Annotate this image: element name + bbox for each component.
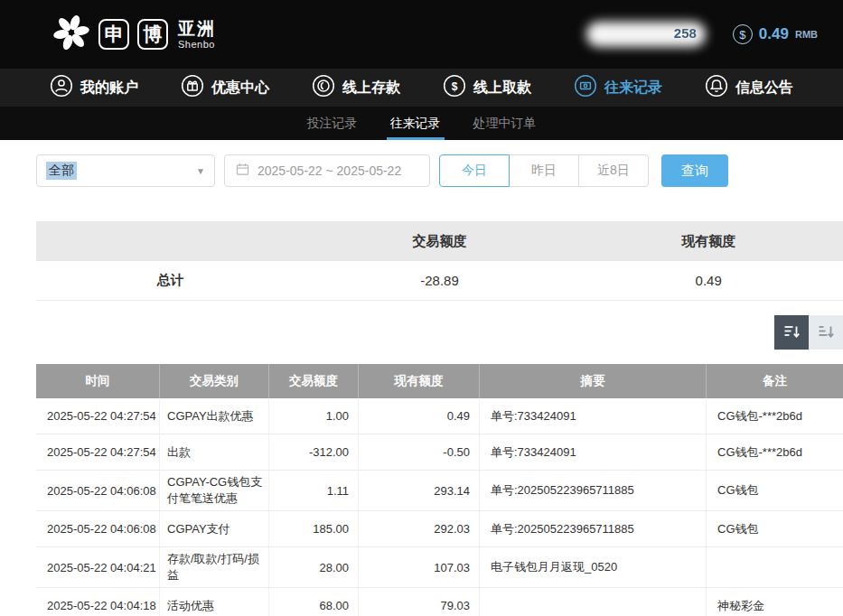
cell-amount: 68.00 <box>269 588 359 616</box>
nav-label: 信息公告 <box>735 79 793 98</box>
cell-type: CGPAY-CG钱包支付笔笔送优惠 <box>160 471 269 510</box>
cell-remark: CG钱包-***2b6d <box>707 434 843 470</box>
cell-amount: 1.00 <box>269 398 359 434</box>
account-number-blurred[interactable]: 258 <box>586 22 706 47</box>
sort-descending-button[interactable] <box>774 315 809 350</box>
select-value: 全部 <box>46 162 77 180</box>
cell-summary: 单号:202505223965711885 <box>480 511 707 546</box>
table-row: 2025-05-22 04:27:54 出款 -312.00 -0.50 单号:… <box>36 434 843 471</box>
tab-processing-orders[interactable]: 处理中订单 <box>468 107 542 140</box>
brand-char-shen: 申 <box>98 19 129 50</box>
column-header-remark: 备注 <box>707 364 843 398</box>
cell-balance: -0.50 <box>359 434 480 470</box>
cell-type: 出款 <box>160 434 269 470</box>
cell-balance: 79.03 <box>359 588 480 616</box>
sub-navigation: 投注记录 往来记录 处理中订单 <box>0 107 843 140</box>
sort-descending-icon <box>782 322 801 343</box>
cell-time: 2025-05-22 04:27:54 <box>36 398 160 434</box>
cell-amount: -312.00 <box>269 434 359 470</box>
quick-date-buttons: 今日 昨日 近8日 <box>439 154 649 187</box>
account-number-suffix: 258 <box>674 25 697 41</box>
top-header-bar: 申 博 亚洲 Shenbo 258 $ 0.49 RMB <box>0 0 843 69</box>
balance-amount: 0.49 <box>759 25 789 43</box>
chevron-down-icon: ▼ <box>196 166 205 176</box>
nav-label: 我的账户 <box>80 79 138 98</box>
sort-ascending-icon <box>817 322 835 343</box>
dollar-coin-icon: $ <box>733 24 753 44</box>
nav-item-withdraw[interactable]: $ 线上取款 <box>443 74 531 101</box>
column-header-summary: 摘要 <box>480 364 707 398</box>
summary-table: 交易额度 现有额度 总计 -28.89 0.49 <box>36 221 843 301</box>
deposit-coin-icon <box>312 74 335 101</box>
sort-toolbar <box>0 315 843 350</box>
cell-remark: CG钱包 <box>707 471 843 510</box>
last-8-days-button[interactable]: 近8日 <box>578 154 649 187</box>
brand-text: 亚洲 Shenbo <box>178 19 216 50</box>
cell-balance: 292.03 <box>359 511 480 546</box>
nav-item-announcements[interactable]: 信息公告 <box>705 74 793 101</box>
column-header-amount: 交易额度 <box>269 364 359 398</box>
sort-ascending-button[interactable] <box>809 315 843 350</box>
tab-betting-records[interactable]: 投注记录 <box>302 107 363 140</box>
withdraw-coin-icon: $ <box>443 74 466 101</box>
cell-amount: 28.00 <box>269 547 359 587</box>
today-button[interactable]: 今日 <box>439 154 510 187</box>
cell-remark <box>707 547 843 587</box>
nav-item-my-account[interactable]: 我的账户 <box>50 74 138 101</box>
summary-header-row: 交易额度 现有额度 <box>36 221 843 261</box>
cell-remark: 神秘彩金 <box>707 588 843 616</box>
user-icon <box>50 74 73 101</box>
filter-toolbar: 全部 ▼ 2025-05-22 ~ 2025-05-22 今日 昨日 近8日 查… <box>36 154 807 187</box>
flower-logo-icon <box>52 14 90 55</box>
column-header-balance: 现有额度 <box>359 364 480 398</box>
summary-header-transaction-amount: 交易额度 <box>305 233 575 250</box>
balance-display[interactable]: $ 0.49 RMB <box>733 24 818 44</box>
main-navigation: 我的账户 优惠中心 线上存款 $ 线上取款 <box>0 69 843 107</box>
nav-label: 往来记录 <box>604 79 662 98</box>
yesterday-button[interactable]: 昨日 <box>509 154 579 187</box>
cell-amount: 1.11 <box>269 471 359 510</box>
cell-remark: CG钱包 <box>707 511 843 546</box>
nav-label: 线上存款 <box>342 79 400 98</box>
cell-summary: 单号:733424091 <box>480 398 707 434</box>
calendar-icon <box>236 163 249 179</box>
cell-time: 2025-05-22 04:06:08 <box>36 511 160 546</box>
table-row: 2025-05-22 04:06:08 CGPAY支付 185.00 292.0… <box>36 511 843 547</box>
transaction-type-select[interactable]: 全部 ▼ <box>36 154 215 187</box>
column-header-type: 交易类别 <box>160 364 269 398</box>
cell-amount: 185.00 <box>269 511 359 546</box>
cell-summary: 单号:733424091 <box>480 434 707 470</box>
summary-total-label: 总计 <box>36 272 305 289</box>
cell-type: 活动优惠 <box>160 588 269 616</box>
summary-header-current-balance: 现有额度 <box>574 233 843 250</box>
brand-logo[interactable]: 申 博 亚洲 Shenbo <box>52 14 216 55</box>
nav-item-promotions[interactable]: 优惠中心 <box>181 74 269 101</box>
cell-time: 2025-05-22 04:04:21 <box>36 547 160 587</box>
cell-summary: 单号:202505223965711885 <box>480 471 707 510</box>
nav-item-records[interactable]: 往来记录 <box>574 74 662 101</box>
balance-currency: RMB <box>795 29 818 40</box>
date-range-value: 2025-05-22 ~ 2025-05-22 <box>258 163 401 178</box>
nav-label: 优惠中心 <box>211 79 269 98</box>
summary-current-balance: 0.49 <box>574 273 843 288</box>
brand-char-bo: 博 <box>137 19 168 50</box>
column-header-time: 时间 <box>36 364 160 398</box>
cell-remark: CG钱包-***2b6d <box>707 398 843 434</box>
table-row: 2025-05-22 04:06:08 CGPAY-CG钱包支付笔笔送优惠 1.… <box>36 471 843 511</box>
cell-time: 2025-05-22 04:27:54 <box>36 434 160 470</box>
cell-time: 2025-05-22 04:06:08 <box>36 471 160 510</box>
cell-type: 存款/取款/打码/损益 <box>160 547 269 587</box>
svg-text:$: $ <box>452 80 458 93</box>
tab-transaction-records[interactable]: 往来记录 <box>385 107 446 140</box>
summary-total-row: 总计 -28.89 0.49 <box>36 261 843 301</box>
table-row: 2025-05-22 04:04:18 活动优惠 68.00 79.03 神秘彩… <box>36 588 843 616</box>
cell-type: CGPAY出款优惠 <box>160 398 269 434</box>
date-range-input[interactable]: 2025-05-22 ~ 2025-05-22 <box>224 154 430 187</box>
search-button[interactable]: 查询 <box>661 154 728 187</box>
cell-time: 2025-05-22 04:04:18 <box>36 588 160 616</box>
records-icon <box>574 74 597 101</box>
nav-item-deposit[interactable]: 线上存款 <box>312 74 400 101</box>
cell-balance: 293.14 <box>359 471 480 510</box>
table-row: 2025-05-22 04:27:54 CGPAY出款优惠 1.00 0.49 … <box>36 398 843 434</box>
bell-icon <box>705 74 728 101</box>
